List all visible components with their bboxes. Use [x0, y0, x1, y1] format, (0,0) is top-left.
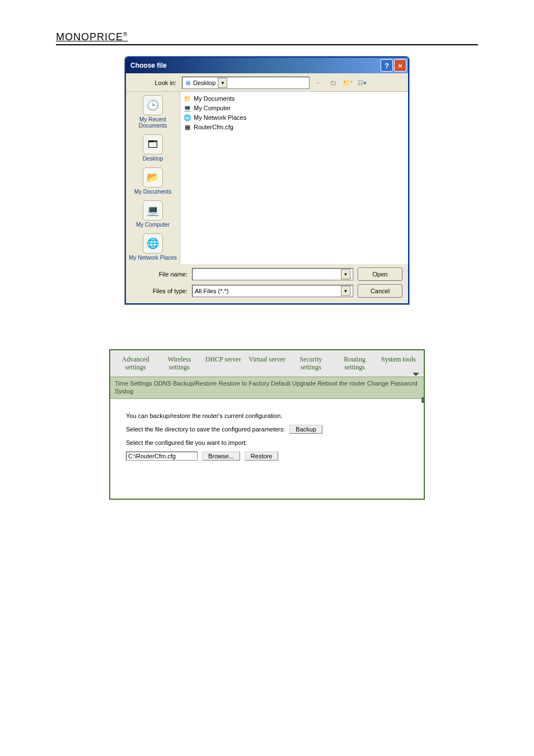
restore-button[interactable]: Restore [245, 452, 279, 461]
files-of-type-label: Files of type: [132, 288, 188, 294]
computer-place-icon: 💻 [143, 200, 163, 220]
tab-virtual-server[interactable]: Virtual server [245, 354, 289, 373]
config-file-icon: ▦ [184, 124, 191, 131]
up-one-level-button[interactable]: 🗀 [327, 77, 339, 88]
backup-button[interactable]: Backup [289, 425, 322, 434]
list-item[interactable]: 📁 My Documents [184, 94, 405, 103]
backup-restore-description: You can backup/restore the router's curr… [126, 412, 282, 419]
file-name-label: My Documents [194, 95, 235, 102]
file-name-label: RouterCfm.cfg [194, 124, 233, 130]
subnav-text: Time Settings DDNS Backup/Restore Restor… [115, 380, 418, 395]
files-of-type-combo[interactable]: All Files (*.*) ▼ [192, 285, 353, 297]
documents-place-icon: 📂 [143, 167, 163, 187]
place-label: My Documents [134, 189, 172, 195]
look-in-toolbar: Look in: 🖥 Desktop ▼ ← 🗀 📁* ☷▾ [126, 73, 408, 91]
places-desktop[interactable]: 🗔 Desktop [127, 134, 179, 162]
tab-routing-settings[interactable]: Routing settings [332, 354, 376, 373]
tab-advanced-settings[interactable]: Advanced settings [114, 354, 157, 373]
choose-file-dialog: Choose file ? × Look in: 🖥 Desktop ▼ ← 🗀… [125, 57, 409, 304]
places-my-recent-documents[interactable]: 🕒 My Recent Documents [127, 95, 179, 129]
brand-mark: ® [123, 31, 128, 37]
places-my-computer[interactable]: 💻 My Computer [127, 200, 179, 228]
list-item[interactable]: 🌐 My Network Places [184, 113, 405, 122]
place-label: My Computer [136, 222, 170, 228]
places-bar: 🕒 My Recent Documents 🗔 Desktop 📂 My Doc… [126, 92, 180, 264]
chevron-down-icon[interactable]: ▼ [341, 269, 350, 279]
help-icon: ? [385, 62, 389, 70]
backup-label: Select the file directory to save the co… [126, 426, 285, 433]
look-in-combo[interactable]: 🖥 Desktop ▼ [182, 77, 310, 89]
cancel-button[interactable]: Cancel [358, 284, 402, 298]
subnav[interactable]: Time Settings DDNS Backup/Restore Restor… [110, 377, 424, 400]
active-tab-indicator [114, 373, 420, 377]
network-places-icon: 🌐 [184, 114, 191, 121]
new-folder-button[interactable]: 📁* [342, 77, 353, 88]
look-in-value: Desktop [193, 79, 216, 86]
open-button[interactable]: Open [358, 267, 402, 281]
computer-icon: 💻 [184, 105, 191, 112]
router-tabs: Advanced settings Wireless settings DHCP… [110, 350, 424, 373]
page-header: MONOPRICE® [56, 31, 478, 45]
recent-documents-icon: 🕒 [143, 95, 163, 115]
arrow-left-icon: ← [316, 79, 322, 86]
import-label: Select the configured file you want to i… [126, 439, 247, 446]
scrollbar-thumb[interactable] [421, 397, 425, 403]
look-in-label: Look in: [132, 79, 179, 86]
import-path-input[interactable] [126, 452, 198, 461]
file-list[interactable]: 📁 My Documents 💻 My Computer 🌐 My Networ… [180, 92, 408, 264]
folder-icon: 📁 [184, 95, 191, 102]
file-name-label: My Computer [194, 105, 231, 111]
dialog-bottom: File name: ▼ Open Files of type: All Fil… [126, 264, 408, 303]
browse-button[interactable]: Browse... [202, 452, 240, 461]
help-button[interactable]: ? [381, 59, 393, 72]
titlebar: Choose file ? × [126, 58, 408, 73]
place-label: My Recent Documents [127, 116, 179, 129]
dialog-body: 🕒 My Recent Documents 🗔 Desktop 📂 My Doc… [126, 91, 408, 264]
brand-text: MONOPRICE [56, 31, 123, 43]
chevron-down-icon[interactable]: ▼ [218, 78, 227, 88]
file-name-label: File name: [132, 271, 188, 278]
back-button[interactable]: ← [313, 77, 324, 88]
desktop-place-icon: 🗔 [143, 134, 163, 154]
tab-wireless-settings[interactable]: Wireless settings [157, 354, 201, 373]
places-my-network-places[interactable]: 🌐 My Network Places [127, 233, 179, 261]
tab-security-settings[interactable]: Security settings [289, 354, 332, 373]
brand-logo: MONOPRICE® [56, 31, 128, 43]
places-my-documents[interactable]: 📂 My Documents [127, 167, 179, 195]
files-of-type-value: All Files (*.*) [195, 288, 229, 294]
place-label: My Network Places [129, 255, 177, 261]
network-places-place-icon: 🌐 [143, 233, 163, 253]
file-name-input[interactable]: ▼ [192, 268, 353, 280]
desktop-icon: 🖥 [185, 79, 191, 86]
chevron-down-icon [413, 373, 419, 376]
views-button[interactable]: ☷▾ [357, 77, 368, 88]
tab-dhcp-server[interactable]: DHCP server [202, 354, 245, 373]
file-name-label: My Network Places [194, 114, 246, 121]
list-item[interactable]: 💻 My Computer [184, 104, 405, 112]
dialog-title: Choose file [130, 62, 380, 69]
chevron-down-icon[interactable]: ▼ [341, 286, 350, 296]
close-icon: × [398, 62, 402, 70]
list-item[interactable]: ▦ RouterCfm.cfg [184, 123, 405, 132]
tab-system-tools[interactable]: System tools [377, 354, 420, 373]
place-label: Desktop [143, 156, 163, 162]
close-button[interactable]: × [394, 59, 406, 72]
backup-restore-panel: You can backup/restore the router's curr… [110, 399, 424, 499]
router-admin-panel: Advanced settings Wireless settings DHCP… [109, 349, 425, 500]
